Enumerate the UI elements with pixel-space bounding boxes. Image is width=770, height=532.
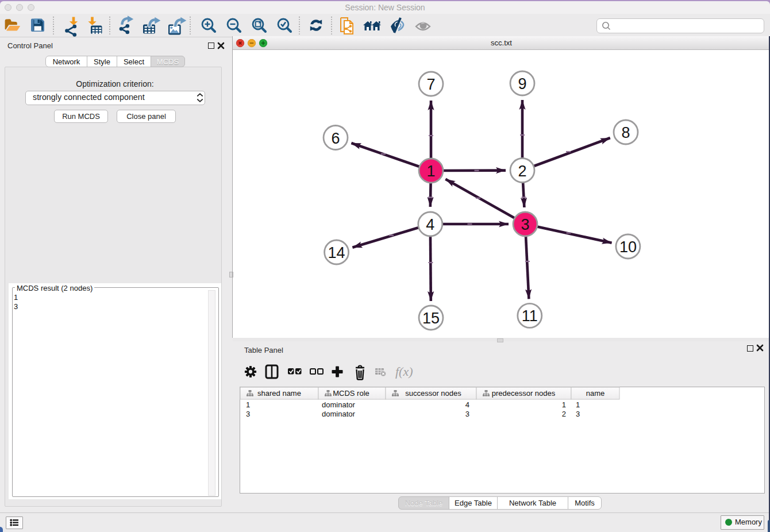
svg-text:shared name: shared name — [257, 389, 301, 398]
svg-text:f(x): f(x) — [395, 364, 413, 379]
svg-text:7: 7 — [426, 76, 435, 93]
svg-text:6: 6 — [331, 130, 340, 147]
svg-text:successor nodes: successor nodes — [405, 389, 461, 398]
svg-text:MCDS role: MCDS role — [333, 389, 369, 398]
svg-text:1: 1 — [426, 163, 435, 180]
svg-text:9: 9 — [518, 75, 526, 92]
svg-text:15: 15 — [422, 310, 440, 327]
svg-text:name: name — [586, 389, 605, 398]
svg-text:14: 14 — [328, 244, 345, 261]
svg-text:10: 10 — [619, 238, 637, 256]
svg-text:predecessor nodes: predecessor nodes — [492, 389, 556, 398]
svg-text:3: 3 — [521, 216, 529, 233]
svg-text:11: 11 — [522, 307, 538, 325]
svg-text:2: 2 — [518, 163, 526, 180]
svg-text:8: 8 — [621, 124, 630, 141]
svg-text:4: 4 — [426, 216, 434, 233]
